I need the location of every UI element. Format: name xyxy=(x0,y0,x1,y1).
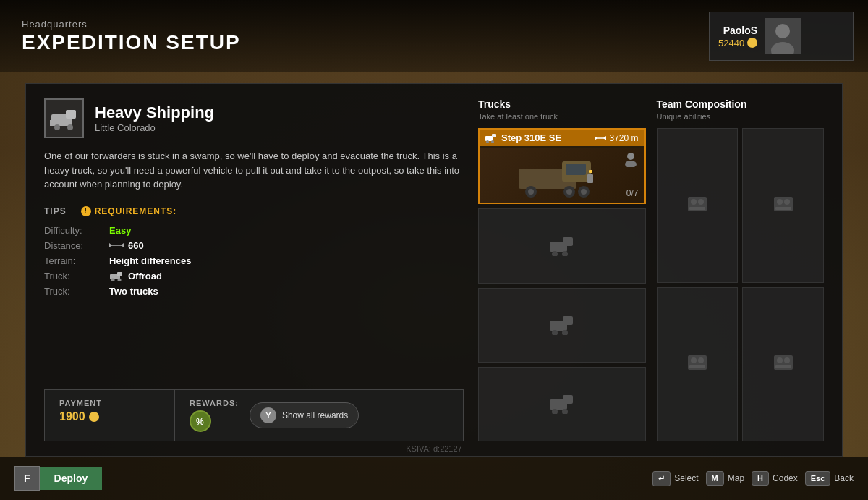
trucks-panel: Trucks Take at least one truck xyxy=(478,98,646,441)
truck-slot-3[interactable] xyxy=(478,288,646,363)
reward-percent-icon: % xyxy=(195,415,206,427)
empty-truck-icon-4 xyxy=(549,394,575,414)
truck-type-icon xyxy=(109,271,124,281)
player-info: PaoloS 52440 xyxy=(718,25,757,48)
top-bar: Headquarters EXPEDITION SETUP PaoloS 524… xyxy=(0,0,868,72)
difficulty-value: Easy xyxy=(109,225,131,236)
svg-rect-33 xyxy=(589,170,592,173)
svg-point-62 xyxy=(784,357,790,363)
svg-point-39 xyxy=(562,251,568,256)
truck-image xyxy=(480,148,644,203)
player-name: PaoloS xyxy=(723,25,757,36)
deploy-label: Deploy xyxy=(40,467,103,490)
codex-control[interactable]: H Codex xyxy=(752,471,798,486)
stat-terrain: Terrain: Height differences xyxy=(44,255,464,266)
y-key-badge: Y xyxy=(260,407,276,423)
svg-rect-7 xyxy=(50,120,54,126)
back-key: Esc xyxy=(805,471,831,486)
select-control[interactable]: ↵ Select xyxy=(652,471,698,486)
truck-label-1: Truck: xyxy=(44,271,102,281)
team-slot-4[interactable] xyxy=(742,287,824,442)
svg-point-29 xyxy=(566,189,572,195)
section-label: Headquarters xyxy=(22,19,241,30)
truck-slot-2[interactable] xyxy=(478,208,646,283)
deploy-button[interactable]: F Deploy xyxy=(14,466,102,491)
truck-slot-count: 0/7 xyxy=(626,188,639,198)
svg-rect-41 xyxy=(563,316,573,325)
svg-point-50 xyxy=(698,199,704,205)
svg-point-27 xyxy=(528,189,534,195)
svg-rect-51 xyxy=(689,207,705,210)
team-slot-3[interactable] xyxy=(657,287,739,442)
right-section: Trucks Take at least one truck xyxy=(478,98,824,441)
rewards-section: REWARDS: % Y Show xyxy=(175,390,463,441)
payment-amount: 1900 xyxy=(59,410,160,423)
tips-label: TIPS xyxy=(44,206,67,216)
svg-rect-37 xyxy=(563,237,573,246)
terrain-label: Terrain: xyxy=(44,255,102,266)
distance-label: Distance: xyxy=(44,240,102,251)
svg-rect-45 xyxy=(563,395,573,404)
panel-content: Heavy Shipping Little Colorado One of ou… xyxy=(44,98,824,441)
select-label: Select xyxy=(674,473,698,483)
empty-truck-icon-2 xyxy=(549,236,575,256)
stat-difficulty: Difficulty: Easy xyxy=(44,225,464,236)
svg-point-58 xyxy=(698,357,704,363)
payment-label: PAYMENT xyxy=(59,399,160,407)
team-slots xyxy=(657,128,825,441)
map-key: M xyxy=(706,471,724,486)
truck-slots: Step 310E SE 3720 m xyxy=(478,128,646,441)
back-control[interactable]: Esc Back xyxy=(805,471,854,486)
reward-icon: % xyxy=(190,410,211,432)
team-slot-icon-4 xyxy=(773,354,794,374)
team-panel: Team Composition Unique abilities xyxy=(657,98,825,441)
mission-icon xyxy=(44,98,84,138)
crew-icon xyxy=(623,151,639,167)
team-slot-icon-3 xyxy=(686,354,708,374)
svg-point-42 xyxy=(552,330,558,335)
svg-point-1 xyxy=(775,24,790,38)
team-slot-2[interactable] xyxy=(742,128,824,283)
svg-rect-25 xyxy=(566,164,586,175)
select-key: ↵ xyxy=(652,471,671,486)
tips-requirements-row: TIPS ! REQUIREMENTS: xyxy=(44,206,464,216)
svg-point-43 xyxy=(562,330,568,335)
truck-body: 0/7 xyxy=(480,130,644,203)
difficulty-label: Difficulty: xyxy=(44,225,102,236)
svg-rect-12 xyxy=(117,272,122,276)
bottom-bar: F Deploy ↵ Select M Map H Codex Esc Back xyxy=(0,457,868,500)
truck-slot-4[interactable] xyxy=(478,367,646,441)
crew-icon-area xyxy=(623,151,639,167)
rewards-content: % xyxy=(190,410,239,432)
mission-name: Heavy Shipping xyxy=(95,103,214,122)
svg-marker-9 xyxy=(109,243,112,247)
team-slot-1[interactable] xyxy=(657,128,739,283)
avatar xyxy=(765,18,801,54)
payment-section: PAYMENT 1900 xyxy=(45,390,175,441)
coin-icon xyxy=(747,38,757,48)
show-rewards-button[interactable]: Y Show all rewards xyxy=(250,402,359,428)
svg-point-31 xyxy=(581,189,587,195)
codex-key: H xyxy=(752,471,769,486)
svg-point-5 xyxy=(54,124,60,130)
mission-title-group: Heavy Shipping Little Colorado xyxy=(95,103,214,133)
mission-description: One of our forwarders is stuck in a swam… xyxy=(44,149,464,192)
trucks-title: Trucks xyxy=(478,98,646,110)
map-control[interactable]: M Map xyxy=(706,471,745,486)
svg-rect-59 xyxy=(689,365,705,368)
svg-point-34 xyxy=(627,153,634,160)
distance-icon xyxy=(109,242,124,249)
svg-point-49 xyxy=(691,199,697,205)
team-subtitle: Unique abilities xyxy=(657,112,825,121)
stat-distance: Distance: 660 xyxy=(44,240,464,251)
truck-slot-selected[interactable]: Step 310E SE 3720 m xyxy=(478,128,646,204)
player-coins: 52440 xyxy=(718,38,757,48)
truck-vehicle-image xyxy=(515,154,609,198)
requirements-label: ! REQUIREMENTS: xyxy=(81,206,177,216)
svg-rect-63 xyxy=(775,365,791,368)
truck-value-2: Two trucks xyxy=(109,286,158,297)
svg-point-61 xyxy=(777,357,783,363)
stats-grid: Difficulty: Easy Distance: 660 xyxy=(44,225,464,297)
avatar-icon xyxy=(765,18,801,54)
truck-label-2: Truck: xyxy=(44,286,102,297)
